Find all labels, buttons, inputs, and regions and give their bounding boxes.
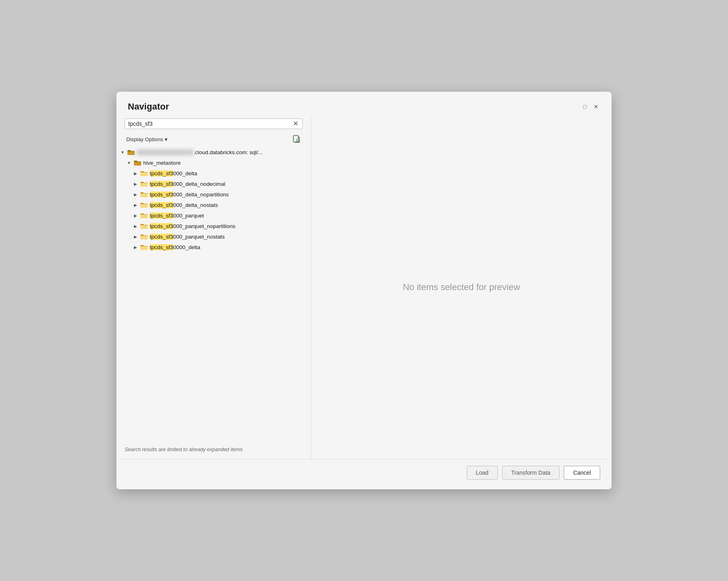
item-label-5: tpcds_sf3000_parquet xyxy=(150,213,308,219)
expand-icon-2: ▶ xyxy=(133,181,138,187)
hive-metastore-label: hive_metastore xyxy=(143,160,308,166)
expand-icon-1: ▶ xyxy=(133,170,138,176)
folder-icon-light-3 xyxy=(140,191,148,198)
folder-icon-light-8 xyxy=(140,244,148,250)
collapse-icon-hive: ▼ xyxy=(126,160,132,166)
item-label-4: tpcds_sf3000_delta_nostats xyxy=(150,202,308,208)
item-label-6: tpcds_sf3000_parquet_nopartitions xyxy=(150,223,308,229)
search-area: ✕ xyxy=(116,115,311,132)
expand-icon-4: ▶ xyxy=(133,202,138,208)
refresh-button[interactable] xyxy=(291,134,303,144)
dialog-body: ✕ Display Options ▾ xyxy=(116,115,612,459)
expand-icon-5: ▶ xyxy=(133,213,138,218)
tree-item-tpcds-sf3000-parquet-nopartitions[interactable]: ▶ tpcds_sf3000_parquet_nopartitions xyxy=(116,221,311,231)
navigator-dialog: Navigator □ ✕ ✕ Display Options ▾ xyxy=(116,92,612,489)
root-server-label: ████████████.cloud.databricks.com: sql/.… xyxy=(137,149,308,155)
folder-icon-light-4 xyxy=(140,202,148,208)
expand-icon-8: ▶ xyxy=(133,244,138,250)
folder-icon-light-6 xyxy=(140,223,148,229)
dialog-footer: Load Transform Data Cancel xyxy=(116,459,612,489)
search-input[interactable] xyxy=(128,121,292,127)
tree-item-tpcds-sf3000-parquet[interactable]: ▶ tpcds_sf3000_parquet xyxy=(116,210,311,221)
tree-item-tpcds-sf3000-delta-nopartitions[interactable]: ▶ tpcds_sf3000_delta_nopartitions xyxy=(116,189,311,200)
server-blurred: ████████████ xyxy=(137,149,194,155)
no-preview-text: No items selected for preview xyxy=(403,282,520,293)
display-options-label: Display Options xyxy=(126,136,163,142)
tree-item-hive-metastore[interactable]: ▼ hive_metastore xyxy=(116,157,311,168)
expand-icon-7: ▶ xyxy=(133,234,138,239)
refresh-icon xyxy=(292,135,301,144)
folder-icon-light-2 xyxy=(140,181,148,187)
tree-item-tpcds-sf30000-delta[interactable]: ▶ tpcds_sf30000_delta xyxy=(116,242,311,252)
folder-icon-light-5 xyxy=(140,212,148,219)
search-clear-button[interactable]: ✕ xyxy=(292,121,299,127)
tree-item-tpcds-sf3000-parquet-nostats[interactable]: ▶ tpcds_sf3000_parquet_nostats xyxy=(116,231,311,242)
expand-icon-6: ▶ xyxy=(133,223,138,229)
chevron-down-icon: ▾ xyxy=(165,136,168,142)
search-box: ✕ xyxy=(125,118,303,129)
item-label-3: tpcds_sf3000_delta_nopartitions xyxy=(150,192,308,198)
tree-item-tpcds-sf3000-delta-nodecimal[interactable]: ▶ tpcds_sf3000_delta_nodecimal xyxy=(116,179,311,189)
toolbar-row: Display Options ▾ xyxy=(116,132,311,147)
folder-icon-dark-hive xyxy=(134,159,142,166)
load-button[interactable]: Load xyxy=(467,466,498,480)
folder-icon-dark xyxy=(127,149,135,155)
tree-item-tpcds-sf3000-delta-nostats[interactable]: ▶ tpcds_sf3000_delta_nostats xyxy=(116,200,311,210)
expand-icon-3: ▶ xyxy=(133,192,138,197)
tree-item-root[interactable]: ▼ ████████████.cloud.databricks.com: sql… xyxy=(116,147,311,157)
collapse-icon: ▼ xyxy=(120,149,125,155)
item-label-8: tpcds_sf30000_delta xyxy=(150,244,308,250)
item-label-7: tpcds_sf3000_parquet_nostats xyxy=(150,234,308,240)
search-limit-note: Search results are limited to already ex… xyxy=(125,447,243,452)
tree-item-tpcds-sf3000-delta[interactable]: ▶ tpcds_sf3000_delta xyxy=(116,168,311,179)
right-panel: No items selected for preview xyxy=(311,115,612,459)
cancel-button[interactable]: Cancel xyxy=(564,466,600,480)
item-label-1: tpcds_sf3000_delta xyxy=(150,170,308,176)
transform-data-button[interactable]: Transform Data xyxy=(502,466,560,480)
folder-icon-light-7 xyxy=(140,233,148,240)
tree-area: ▼ ████████████.cloud.databricks.com: sql… xyxy=(116,147,311,442)
item-label-2: tpcds_sf3000_delta_nodecimal xyxy=(150,181,308,187)
maximize-button[interactable]: □ xyxy=(581,103,589,111)
display-options-button[interactable]: Display Options ▾ xyxy=(125,136,169,143)
dialog-header: Navigator □ ✕ xyxy=(116,92,612,115)
left-panel: ✕ Display Options ▾ xyxy=(116,115,311,459)
dialog-title: Navigator xyxy=(128,101,169,112)
window-controls: □ ✕ xyxy=(581,103,600,111)
search-footer: Search results are limited to already ex… xyxy=(116,442,311,459)
folder-icon-light-1 xyxy=(140,170,148,176)
close-button[interactable]: ✕ xyxy=(592,103,600,111)
